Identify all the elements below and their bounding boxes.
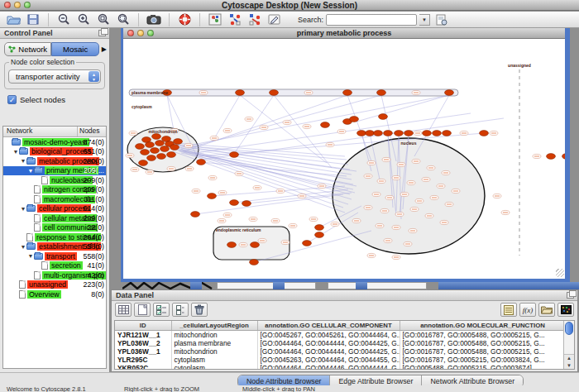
expand-triangle-icon[interactable]: ▼: [20, 244, 26, 250]
network-node[interactable]: [151, 148, 160, 154]
tab-network[interactable]: Network: [4, 42, 51, 56]
network-node[interactable]: [236, 90, 245, 96]
network-node[interactable]: [357, 131, 366, 136]
float-data-panel-icon[interactable]: [567, 292, 574, 299]
background-window-fragment[interactable]: [217, 282, 316, 289]
node-color-select[interactable]: transporter activity ▲▼: [8, 69, 101, 84]
formula-icon[interactable]: f(x): [519, 303, 536, 317]
network-node[interactable]: [350, 117, 359, 122]
network-node[interactable]: [251, 242, 260, 248]
tree-row[interactable]: multi-organism pro42(0): [3, 270, 106, 280]
network-node[interactable]: [480, 131, 489, 136]
network-node[interactable]: [303, 241, 312, 246]
table-cell[interactable]: YLR295C: [115, 356, 171, 364]
network-node[interactable]: [445, 90, 454, 96]
tree-row[interactable]: ▼cellular process614(0): [3, 204, 106, 214]
tree-row[interactable]: ▼transport558(0): [3, 251, 106, 261]
column-header[interactable]: annotation.GO MOLECULAR_FUNCTION: [400, 321, 566, 330]
tree-row[interactable]: unassigned223(0): [3, 280, 106, 290]
table-cell[interactable]: YPL036W__1: [115, 347, 171, 356]
delete-attribute-icon[interactable]: [191, 303, 208, 317]
tab-mosaic[interactable]: Mosaic: [51, 42, 98, 56]
tree-row[interactable]: response to stimulu264(0): [3, 232, 106, 242]
annotation-icon[interactable]: [266, 12, 283, 27]
network-node[interactable]: [547, 154, 556, 160]
open-session-icon[interactable]: [5, 12, 22, 27]
network-node[interactable]: [562, 154, 566, 160]
table-cell[interactable]: [GO:0044464, GO:0044444, GO:0044425, G..…: [257, 347, 400, 356]
table-cell[interactable]: [GO:0044464, GO:0044444, GO:0044425, G..…: [257, 339, 400, 347]
matrix-icon[interactable]: [557, 303, 574, 317]
network-node[interactable]: [147, 155, 156, 161]
column-header[interactable]: annotation.GO CELLULAR_COMPONENT: [257, 321, 400, 330]
select-attributes-icon[interactable]: [153, 303, 170, 317]
network-node[interactable]: [167, 152, 176, 158]
resize-grip[interactable]: [556, 269, 564, 277]
network-node[interactable]: [366, 131, 375, 136]
tree-row[interactable]: macromolecule311(0): [3, 194, 106, 204]
network-node[interactable]: [443, 131, 452, 136]
tree-row[interactable]: ▼primary metabo209(...: [3, 166, 106, 176]
table-cell[interactable]: YJR121W__1: [115, 330, 171, 339]
network-node[interactable]: [136, 144, 145, 150]
zoom-fit-icon[interactable]: [115, 12, 132, 27]
background-window-fragment[interactable]: [273, 282, 285, 289]
region-nucleus[interactable]: [333, 138, 485, 254]
save-session-icon[interactable]: [25, 12, 41, 27]
tree-row[interactable]: Overview8(0): [3, 289, 106, 299]
help-icon[interactable]: [176, 12, 193, 27]
network-node[interactable]: [321, 122, 330, 128]
edge[interactable]: [213, 95, 240, 141]
network-node[interactable]: [139, 160, 148, 166]
table-row[interactable]: YPL036W__2plasma membrane[GO:0044464, GO…: [115, 339, 566, 347]
network-view-window[interactable]: primary metabolic process plasma membran…: [121, 28, 570, 282]
background-window-fragment[interactable]: [438, 282, 579, 289]
layout-nodes-icon[interactable]: [227, 12, 243, 27]
table-row[interactable]: YJR121W__1mitochondrion[GO:0045267, GO:0…: [115, 330, 566, 339]
network-node[interactable]: [384, 131, 393, 136]
table-cell[interactable]: YKR052C: [115, 364, 171, 370]
zoom-out-icon[interactable]: [55, 12, 72, 27]
zoom-in-icon[interactable]: [75, 12, 92, 27]
table-cell[interactable]: [GO:0016787, GO:0005488, GO:0005215, G..…: [400, 347, 566, 356]
search-options-icon[interactable]: [433, 12, 450, 27]
unselect-attributes-icon[interactable]: [172, 303, 189, 317]
search-input[interactable]: [326, 14, 417, 26]
network-node[interactable]: [404, 131, 414, 136]
edge[interactable]: [236, 95, 274, 151]
import-attributes-icon[interactable]: [538, 303, 555, 317]
tree-row[interactable]: cellular metabol209(0): [3, 213, 106, 223]
table-row[interactable]: YKR052Ccytoplasm[GO:0044464, GO:0044446,…: [115, 364, 566, 370]
table-cell[interactable]: [GO:0016787, GO:0005215, GO:0003824, G..…: [400, 356, 566, 364]
network-node[interactable]: [170, 145, 179, 151]
table-cell[interactable]: [GO:0016787, GO:0005488, GO:0005215, G..…: [400, 330, 566, 339]
tree-row[interactable]: ▼biological_process651(0): [3, 147, 106, 157]
table-cell[interactable]: [GO:0044464, GO:0044446, GO:0044444, G..…: [257, 364, 400, 370]
network-node[interactable]: [379, 114, 388, 120]
network-node[interactable]: [197, 160, 206, 165]
tree-header-network[interactable]: Network: [3, 127, 78, 136]
expand-triangle-icon[interactable]: ▼: [12, 149, 19, 155]
tree-header-nodes[interactable]: Nodes: [78, 127, 106, 136]
network-node[interactable]: [160, 146, 170, 152]
tab-scroll-arrow-icon[interactable]: ▶: [102, 45, 107, 53]
table-cell[interactable]: [GO:0045263, GO:0044464, GO:0044455, G..…: [257, 356, 400, 364]
table-cell[interactable]: cytoplasm: [171, 356, 257, 364]
network-node[interactable]: [191, 212, 200, 218]
region-plasma-membrane[interactable]: [129, 89, 458, 96]
network-node[interactable]: [227, 242, 237, 248]
table-cell[interactable]: [GO:0005488, GO:0005215, GO:0003674]: [400, 364, 566, 370]
zoom-selected-icon[interactable]: [95, 12, 112, 27]
network-node[interactable]: [156, 141, 165, 146]
float-panel-icon[interactable]: [98, 30, 106, 36]
network-node[interactable]: [152, 134, 161, 140]
table-cell[interactable]: mitochondrion: [171, 347, 257, 356]
network-node[interactable]: [141, 150, 150, 155]
network-node[interactable]: [230, 200, 239, 206]
expand-triangle-icon[interactable]: ▼: [27, 168, 34, 174]
network-node[interactable]: [374, 131, 383, 136]
table-cell[interactable]: cytoplasm: [171, 364, 257, 370]
vizmapper-icon[interactable]: [207, 12, 223, 27]
network-node[interactable]: [174, 139, 183, 145]
network-node[interactable]: [433, 131, 442, 136]
